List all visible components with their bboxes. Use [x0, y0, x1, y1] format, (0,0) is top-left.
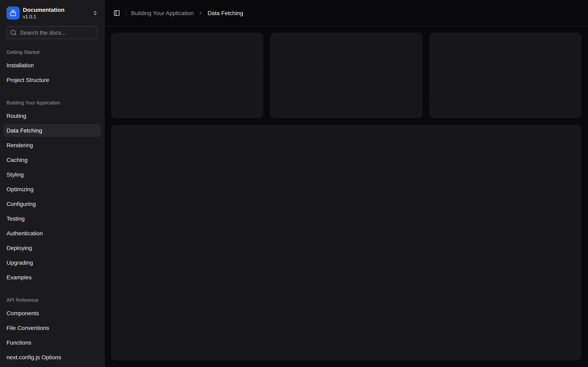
sidebar-toggle-button[interactable] [111, 7, 122, 18]
workspace-switcher[interactable]: Documentation v1.0.1 [3, 3, 101, 23]
sidebar-group-building-your-application: Building Your ApplicationRoutingData Fet… [3, 96, 101, 284]
sidebar-item-upgrading[interactable]: Upgrading [3, 256, 101, 269]
topbar: Building Your Application Data Fetching [104, 0, 588, 26]
sidebar-item-deploying[interactable]: Deploying [3, 242, 101, 254]
content-placeholder-card [111, 33, 264, 118]
sidebar-item-rendering[interactable]: Rendering [3, 139, 101, 152]
page-content [104, 26, 588, 367]
sidebar-menu: RoutingData FetchingRenderingCachingStyl… [3, 109, 101, 284]
sidebar-item-components[interactable]: Components [3, 307, 101, 320]
sidebar-group-label: Getting Started [3, 46, 101, 59]
breadcrumb: Building Your Application Data Fetching [131, 9, 243, 16]
sidebar-item-caching[interactable]: Caching [3, 153, 101, 166]
workspace-title: Documentation [23, 7, 89, 13]
sidebar-menu: ComponentsFile ConventionsFunctionsnext.… [3, 307, 101, 364]
search-field [7, 26, 98, 39]
sidebar-item-next-config-js-options[interactable]: next.config.js Options [3, 351, 101, 364]
content-placeholder-card [270, 33, 423, 118]
sidebar-item-functions[interactable]: Functions [3, 336, 101, 349]
content-placeholder-card [429, 33, 581, 118]
workspace-info: Documentation v1.0.1 [23, 7, 89, 20]
app-logo [7, 7, 20, 20]
placeholder-cards-row [111, 33, 581, 118]
sidebar-menu: InstallationProject Structure [3, 59, 101, 86]
sidebar-item-styling[interactable]: Styling [3, 168, 101, 181]
sidebar-item-routing[interactable]: Routing [3, 109, 101, 122]
content-placeholder-main [111, 125, 581, 360]
workspace-version: v1.0.1 [23, 14, 89, 20]
app-root: Documentation v1.0.1 Getting StartedInst… [0, 0, 588, 367]
sidebar-item-installation[interactable]: Installation [3, 59, 101, 72]
sidebar-item-optimizing[interactable]: Optimizing [3, 183, 101, 196]
breadcrumb-parent[interactable]: Building Your Application [131, 9, 194, 16]
sidebar-item-project-structure[interactable]: Project Structure [3, 73, 101, 86]
header-divider [126, 9, 126, 16]
sidebar-item-testing[interactable]: Testing [3, 212, 101, 225]
panel-left-icon [113, 9, 120, 16]
sidebar-group-api-reference: API ReferenceComponentsFile ConventionsF… [3, 294, 101, 364]
sidebar-item-file-conventions[interactable]: File Conventions [3, 321, 101, 334]
search-input[interactable] [7, 26, 98, 39]
chevrons-up-down-icon [93, 11, 98, 16]
sidebar-item-data-fetching[interactable]: Data Fetching [3, 124, 101, 137]
main-area: Building Your Application Data Fetching [104, 0, 588, 367]
breadcrumb-current: Data Fetching [208, 9, 243, 16]
sidebar-item-examples[interactable]: Examples [3, 271, 101, 284]
sidebar-group-label: API Reference [3, 294, 101, 307]
gallery-vertical-end-icon [10, 10, 16, 16]
sidebar-nav: Getting StartedInstallationProject Struc… [3, 39, 101, 364]
sidebar: Documentation v1.0.1 Getting StartedInst… [0, 0, 104, 367]
sidebar-item-authentication[interactable]: Authentication [3, 227, 101, 240]
sidebar-group-label: Building Your Application [3, 96, 101, 109]
chevron-right-icon [198, 10, 204, 16]
sidebar-group-getting-started: Getting StartedInstallationProject Struc… [3, 46, 101, 86]
sidebar-item-configuring[interactable]: Configuring [3, 197, 101, 210]
